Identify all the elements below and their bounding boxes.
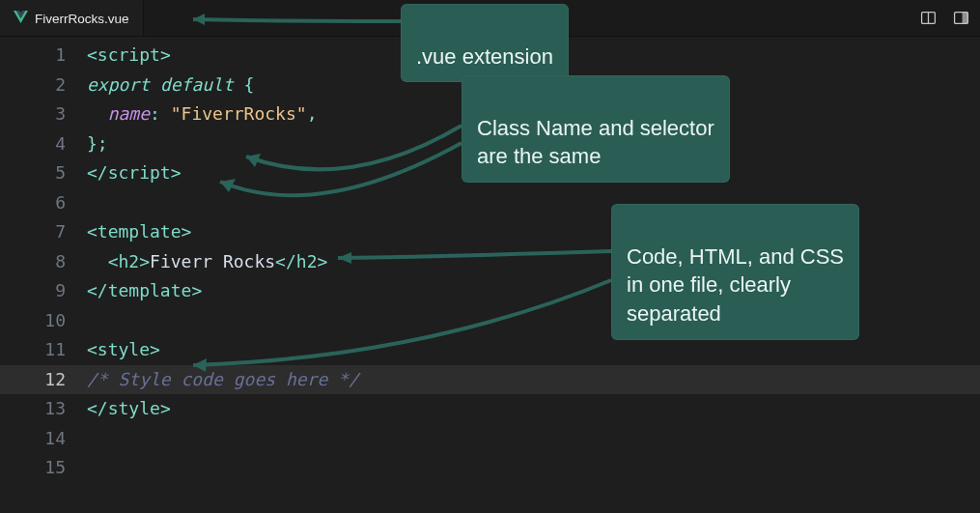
line-number: 7 [0, 217, 66, 247]
line-number: 13 [0, 394, 66, 424]
line-number: 3 [0, 100, 66, 129]
line-number: 8 [0, 247, 66, 277]
line-number-gutter: 123456789101112131415 [0, 41, 87, 513]
file-tab[interactable]: FiverrRocks.vue [0, 0, 144, 36]
line-number: 4 [0, 129, 66, 159]
line-number: 11 [0, 335, 66, 365]
line-number: 14 [0, 424, 66, 454]
tab-filename: FiverrRocks.vue [35, 12, 129, 26]
line-number: 6 [0, 188, 66, 218]
split-editor-button[interactable] [914, 6, 941, 31]
preview-panel-button[interactable] [947, 6, 974, 31]
vue-logo-icon [14, 10, 28, 27]
line-number: 1 [0, 41, 66, 71]
annotation-class-name: Class Name and selector are the same [462, 75, 730, 183]
code-line[interactable]: </style> [87, 394, 980, 424]
annotation-vue-extension: .vue extension [401, 4, 569, 82]
line-number: 10 [0, 306, 66, 336]
editor-top-actions [914, 0, 980, 36]
svg-rect-5 [962, 13, 967, 24]
code-line[interactable]: /* Style code goes here */ [87, 365, 980, 395]
code-line[interactable] [87, 453, 980, 483]
line-number: 2 [0, 71, 66, 100]
code-line[interactable] [87, 424, 980, 454]
line-number: 15 [0, 453, 66, 483]
line-number: 5 [0, 158, 66, 188]
line-number: 12 [0, 365, 66, 395]
annotation-one-file: Code, HTML, and CSS in one file, clearly… [611, 204, 859, 340]
line-number: 9 [0, 276, 66, 306]
